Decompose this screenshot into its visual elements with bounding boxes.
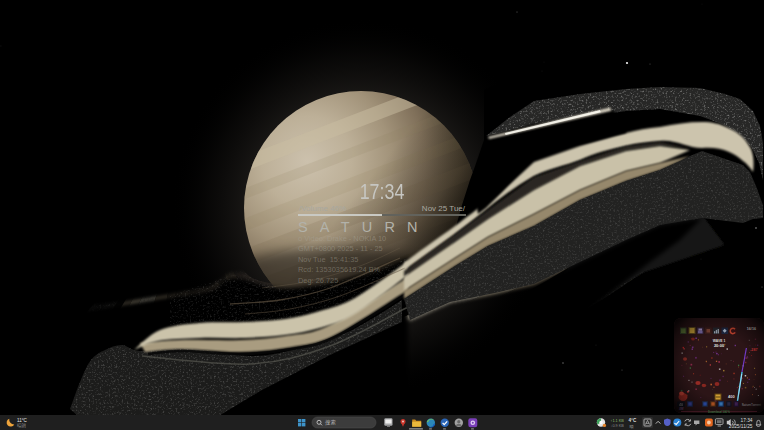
svg-text:↓0.9 KB: ↓0.9 KB [611,424,625,428]
svg-text:↑1.1 KB: ↑1.1 KB [611,419,625,423]
svg-text:2025/11/25: 2025/11/25 [729,424,753,429]
svg-text:11°C: 11°C [17,418,28,423]
svg-text:晴: 晴 [630,424,635,429]
svg-text:晴朗: 晴朗 [17,423,26,429]
svg-text:17:34: 17:34 [740,418,752,423]
svg-text:Download 100%: Download 100% [708,410,730,414]
svg-text:搜索: 搜索 [325,419,336,426]
svg-text:4°C: 4°C [629,418,637,423]
